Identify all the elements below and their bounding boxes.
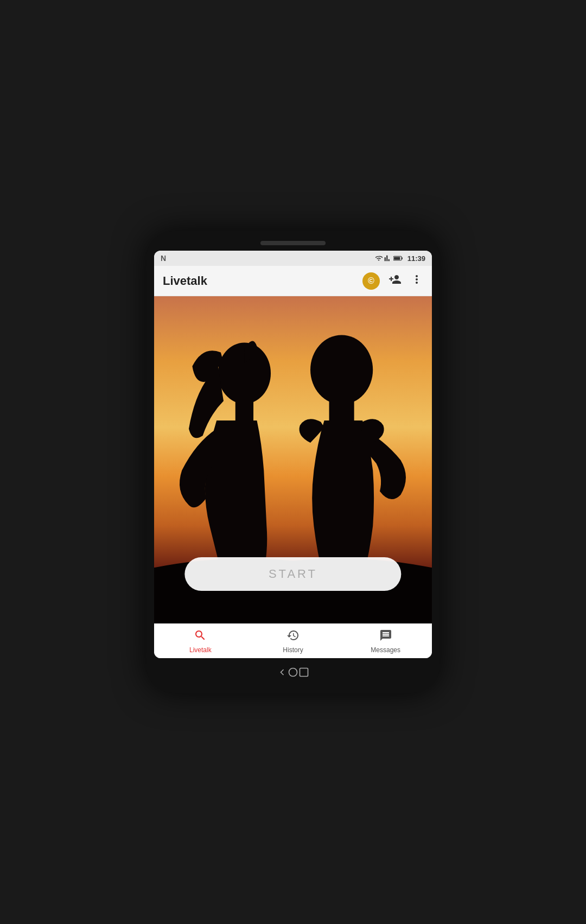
recents-button[interactable] (298, 667, 309, 678)
history-tab-label: History (283, 646, 303, 654)
back-button[interactable] (277, 667, 288, 678)
tab-livetalk[interactable]: Livetalk (154, 624, 247, 658)
messages-tab-icon (379, 629, 392, 645)
coin-icon: © (368, 276, 374, 286)
more-icon (410, 273, 423, 286)
network-icon: N (161, 254, 166, 263)
wifi-icon (375, 254, 383, 262)
svg-rect-9 (300, 668, 308, 677)
battery-icon (393, 255, 403, 262)
svg-rect-4 (235, 401, 253, 422)
coin-button[interactable]: © (362, 272, 380, 290)
livetalk-tab-label: Livetalk (189, 646, 212, 654)
phone-device: N (146, 231, 440, 693)
tab-bar: Livetalk History Messages (154, 623, 432, 658)
svg-point-5 (310, 335, 373, 405)
start-button-container: START (184, 557, 401, 591)
add-person-button[interactable] (388, 273, 402, 289)
more-options-button[interactable] (410, 273, 423, 289)
tab-messages[interactable]: Messages (339, 624, 432, 658)
svg-point-8 (289, 668, 297, 677)
svg-rect-6 (329, 401, 354, 422)
phone-screen: N (154, 251, 432, 658)
livetalk-tab-icon (194, 629, 207, 645)
svg-rect-1 (394, 257, 400, 259)
svg-rect-2 (402, 257, 403, 259)
status-left: N (161, 254, 375, 263)
home-button[interactable] (288, 667, 298, 678)
hero-image: START (154, 296, 432, 623)
speaker-grill (260, 241, 326, 245)
hero-section: START (154, 296, 432, 623)
tab-history[interactable]: History (247, 624, 340, 658)
android-nav-bar (255, 661, 331, 683)
app-bar: Livetalk © (154, 266, 432, 296)
add-person-icon (388, 273, 402, 286)
signal-icon (384, 254, 392, 262)
status-time: 11:39 (407, 254, 425, 263)
start-button[interactable]: START (184, 557, 401, 591)
app-title: Livetalk (163, 274, 362, 288)
messages-tab-label: Messages (371, 646, 400, 654)
status-bar: N (154, 251, 432, 266)
status-icons (375, 254, 403, 262)
history-tab-icon (286, 629, 300, 645)
app-bar-actions: © (362, 272, 423, 290)
status-right: 11:39 (375, 254, 425, 263)
